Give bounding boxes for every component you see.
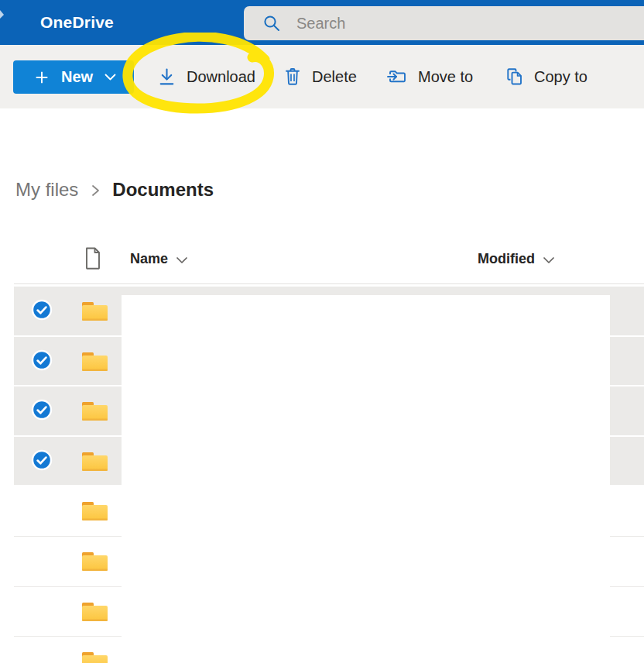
command-bar: New Download Delete — [0, 45, 644, 108]
breadcrumb-chevron-icon — [91, 183, 101, 198]
folder-icon — [82, 300, 108, 321]
download-icon — [157, 67, 176, 87]
new-button[interactable]: New — [13, 60, 134, 94]
selected-check-icon[interactable] — [31, 349, 53, 371]
download-button[interactable]: Download — [157, 45, 255, 108]
column-modified-label: Modified — [478, 251, 535, 267]
folder-icon — [82, 600, 108, 622]
plus-icon — [33, 69, 50, 86]
sort-chevron-icon — [176, 256, 188, 264]
folder-icon — [82, 650, 108, 663]
folder-icon — [82, 350, 108, 372]
search-icon — [262, 14, 281, 33]
column-name-label: Name — [130, 251, 168, 267]
folder-icon — [82, 500, 108, 521]
breadcrumb-my-files[interactable]: My files — [15, 179, 78, 201]
move-to-label: Move to — [418, 68, 473, 86]
new-button-label: New — [61, 68, 93, 86]
move-to-button[interactable]: Move to — [386, 45, 473, 108]
copy-to-label: Copy to — [534, 68, 587, 86]
copy-pages-icon — [505, 67, 524, 87]
folder-icon — [82, 400, 108, 421]
column-header-modified[interactable]: Modified — [478, 251, 555, 267]
delete-button[interactable]: Delete — [283, 45, 357, 108]
trash-icon — [283, 67, 302, 87]
breadcrumb: My files Documents — [15, 176, 214, 204]
delete-label: Delete — [312, 68, 357, 86]
file-type-column-icon[interactable] — [84, 246, 102, 270]
app-title: OneDrive — [40, 0, 114, 45]
selected-check-icon[interactable] — [31, 449, 53, 471]
download-label: Download — [187, 68, 255, 86]
folder-icon — [82, 450, 108, 472]
redaction-overlay — [122, 295, 610, 663]
header-divider — [14, 283, 644, 284]
suite-header: OneDrive Search — [0, 0, 644, 45]
chevron-down-icon — [104, 74, 116, 81]
search-placeholder: Search — [296, 15, 345, 33]
column-header-name[interactable]: Name — [130, 251, 188, 267]
breadcrumb-current-folder: Documents — [112, 179, 214, 201]
selected-check-icon[interactable] — [31, 299, 53, 321]
edge-artifact — [0, 10, 4, 19]
folder-icon — [82, 550, 108, 572]
search-input[interactable]: Search — [244, 6, 644, 40]
copy-to-button[interactable]: Copy to — [505, 45, 587, 108]
selected-check-icon[interactable] — [31, 399, 53, 421]
onedrive-window: OneDrive Search New — [0, 0, 644, 663]
move-to-folder-icon — [386, 67, 408, 86]
sort-chevron-icon — [543, 256, 555, 264]
